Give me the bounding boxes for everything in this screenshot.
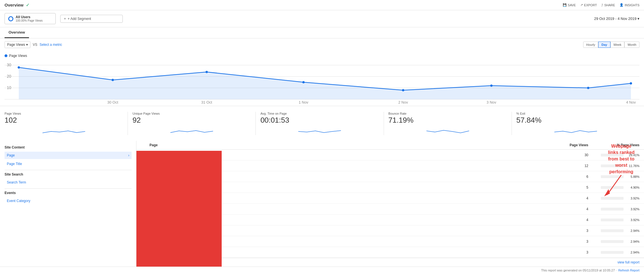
- stat-bounce: Bounce Rate 71.19%: [384, 112, 512, 135]
- add-segment-button[interactable]: + + Add Segment: [60, 15, 123, 23]
- all-users-segment[interactable]: All Users 100.00% Page Views: [5, 13, 56, 24]
- chevron-right-icon: ›: [128, 153, 129, 157]
- row-pv: 5: [554, 186, 588, 189]
- metric-label: Page Views: [7, 43, 25, 47]
- divider-2: [5, 188, 132, 189]
- stat-avg-time-label: Avg. Time on Page: [260, 112, 379, 115]
- share-button[interactable]: ⤴ SHARE: [601, 3, 615, 7]
- segment-sub: 100.00% Page Views: [16, 19, 43, 22]
- pct-label: 2.94%: [625, 240, 639, 243]
- pct-bar-bg: [601, 240, 624, 243]
- pct-label: 4.90%: [625, 186, 639, 189]
- sidebar-page-link[interactable]: Page ›: [5, 152, 132, 159]
- save-icon: 💾: [563, 3, 567, 7]
- sidebar-page-title-link[interactable]: Page Title: [5, 160, 132, 168]
- stat-page-views-label: Page Views: [5, 112, 123, 115]
- row-pct: 11.76%: [588, 164, 639, 168]
- row-pv: 30: [554, 153, 588, 157]
- svg-point-9: [112, 79, 114, 81]
- time-range-buttons: Hourly Day Week Month: [583, 42, 639, 48]
- page-footer: This report was generated on 05/11/2019 …: [0, 267, 644, 272]
- pct-label: 2.94%: [625, 229, 639, 232]
- stat-bounce-label: Bounce Rate: [389, 112, 507, 115]
- sidebar-page-label: Page: [7, 153, 15, 157]
- chart-svg-wrap: 30 20 10 30 Oct 31 Oct 1 Nov 2 Nov 3 Nov: [5, 59, 639, 106]
- tab-overview[interactable]: Overview: [5, 27, 29, 38]
- row-pct: 3.92%: [588, 197, 639, 200]
- svg-text:10: 10: [7, 85, 11, 90]
- sidebar-page-title-label: Page Title: [7, 162, 22, 166]
- svg-point-13: [490, 85, 493, 87]
- row-pct: 2.94%: [588, 240, 639, 243]
- pct-label: 2.94%: [625, 251, 639, 254]
- site-search-title: Site Search: [5, 172, 132, 176]
- sidebar-search-term-link[interactable]: Search Term: [5, 179, 132, 186]
- svg-point-12: [402, 89, 404, 91]
- row-pct: 3.92%: [588, 218, 639, 222]
- controls-row: Page Views ▾ VS Select a metric Hourly D…: [0, 38, 644, 51]
- week-button[interactable]: Week: [610, 42, 625, 48]
- events-title: Events: [5, 191, 132, 195]
- mini-chart-pv: [5, 126, 123, 134]
- svg-text:31 Oct: 31 Oct: [201, 100, 212, 104]
- col-page-header: Page: [149, 143, 554, 147]
- pct-bar-bg: [601, 208, 624, 211]
- segment-bar: All Users 100.00% Page Views + + Add Seg…: [0, 10, 644, 27]
- row-pct: 2.94%: [588, 251, 639, 254]
- legend-label: Page Views: [9, 54, 27, 58]
- svg-text:2 Nov: 2 Nov: [398, 100, 408, 104]
- svg-point-14: [587, 87, 589, 89]
- mini-chart-bounce: [389, 126, 507, 134]
- vs-label: VS: [33, 43, 37, 47]
- sidebar-search-term-label: Search Term: [7, 180, 26, 184]
- pct-bar-bg: [601, 229, 624, 232]
- row-pct: 29.41%: [588, 153, 639, 157]
- save-button[interactable]: 💾 SAVE: [563, 3, 576, 7]
- stat-exit: % Exit 57.84%: [512, 112, 639, 135]
- pct-label: 3.92%: [625, 218, 639, 222]
- pct-label: 3.92%: [625, 197, 639, 200]
- share-icon: ⤴: [601, 3, 603, 7]
- stat-exit-value: 57.84%: [516, 116, 635, 125]
- row-pct: 3.92%: [588, 207, 639, 211]
- page-title: Overview: [5, 3, 24, 7]
- plus-icon: +: [64, 17, 66, 21]
- refresh-report-link[interactable]: Refresh Report: [618, 269, 639, 272]
- row-pv: 3: [554, 240, 588, 244]
- chart-svg: 30 20 10 30 Oct 31 Oct 1 Nov 2 Nov 3 Nov: [5, 59, 639, 105]
- row-pv: 4: [554, 207, 588, 211]
- pct-bar-bg: [601, 164, 624, 167]
- month-button[interactable]: Month: [624, 42, 639, 48]
- metric-select-wrap: Page Views ▾ VS Select a metric: [5, 41, 62, 48]
- chart-container: Page Views 30 20 10: [0, 51, 644, 106]
- export-button[interactable]: ↗ EXPORT: [580, 3, 597, 7]
- col-pv-header: Page Views: [554, 143, 588, 147]
- stat-page-views-value: 102: [5, 116, 123, 125]
- stat-bounce-value: 71.19%: [389, 116, 507, 125]
- mini-chart-time: [260, 126, 379, 134]
- svg-text:20: 20: [7, 74, 11, 79]
- svg-point-15: [630, 82, 632, 85]
- svg-point-8: [18, 66, 20, 69]
- hourly-button[interactable]: Hourly: [583, 42, 599, 48]
- sidebar-event-category-link[interactable]: Event Category: [5, 197, 132, 205]
- select-metric-link[interactable]: Select a metric: [40, 43, 62, 47]
- view-full-report-label: view full report: [618, 260, 639, 264]
- svg-text:30: 30: [7, 63, 11, 67]
- chart-legend: Page Views: [5, 54, 639, 58]
- footer-generated-text: This report was generated on 05/11/2019 …: [541, 269, 616, 272]
- col-pct-header: % Page Views: [588, 143, 639, 147]
- insights-button[interactable]: 👤 INSIGHTS: [620, 3, 639, 7]
- date-range[interactable]: 29 Oct 2019 - 4 Nov 2019 ▾: [594, 17, 639, 21]
- site-content-title: Site Content: [5, 145, 132, 149]
- stat-page-views: Page Views 102: [5, 112, 128, 135]
- row-pct: 2.94%: [588, 229, 639, 232]
- header-actions: 💾 SAVE ↗ EXPORT ⤴ SHARE 👤 INSIGHTS: [563, 3, 639, 7]
- row-pv: 3: [554, 250, 588, 254]
- segment-dot: [8, 16, 13, 21]
- pct-label: 29.41%: [625, 153, 639, 157]
- add-segment-label: + Add Segment: [68, 17, 91, 21]
- metric-dropdown[interactable]: Page Views ▾: [5, 41, 30, 48]
- day-button[interactable]: Day: [598, 42, 610, 48]
- segment-name-wrap: All Users 100.00% Page Views: [16, 15, 43, 22]
